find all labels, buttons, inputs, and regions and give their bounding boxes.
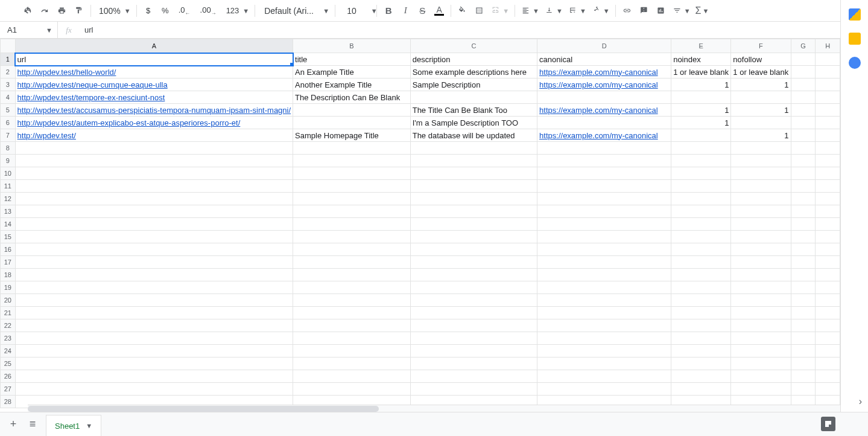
row-header[interactable]: 13 [1, 205, 16, 218]
cell[interactable] [15, 231, 293, 243]
cell[interactable]: http://wpdev.test/accusamus-perspiciatis… [15, 104, 293, 117]
cell[interactable] [671, 319, 731, 332]
cell[interactable] [731, 205, 791, 218]
cell[interactable] [816, 231, 840, 243]
column-header[interactable]: F [731, 39, 791, 53]
cell[interactable] [15, 307, 293, 319]
cell[interactable] [410, 193, 537, 205]
cell[interactable]: 1 [671, 104, 731, 117]
cell[interactable] [293, 281, 411, 294]
row-header[interactable]: 10 [1, 167, 16, 180]
row-header[interactable]: 23 [1, 332, 16, 345]
cell[interactable] [293, 167, 411, 180]
cell[interactable] [671, 370, 731, 383]
strikethrough-button[interactable]: S [414, 3, 430, 19]
row-header[interactable]: 15 [1, 231, 16, 243]
cell[interactable] [731, 294, 791, 307]
cell[interactable] [731, 269, 791, 281]
cell[interactable] [15, 218, 293, 231]
cell[interactable] [410, 319, 537, 332]
cell[interactable] [537, 319, 671, 332]
cell[interactable] [15, 294, 293, 307]
cell[interactable]: 1 or leave blank [671, 66, 731, 79]
sheet-tab[interactable]: Sheet1▼ [46, 415, 101, 437]
cell[interactable] [293, 205, 411, 218]
insert-link-button[interactable] [619, 3, 635, 19]
cell[interactable] [410, 383, 537, 396]
redo-button[interactable] [37, 3, 53, 19]
cell[interactable] [671, 281, 731, 294]
cell[interactable] [731, 281, 791, 294]
cell[interactable]: http://wpdev.test/hello-world/ [15, 66, 293, 79]
cell[interactable] [293, 142, 411, 155]
cell[interactable] [791, 332, 816, 345]
cell[interactable] [816, 319, 840, 332]
cell[interactable] [816, 193, 840, 205]
cell[interactable] [731, 383, 791, 396]
cell[interactable]: I'm a Sample Description TOO [410, 117, 537, 129]
cell[interactable] [15, 370, 293, 383]
cell[interactable] [15, 332, 293, 345]
row-header[interactable]: 25 [1, 357, 16, 370]
row-header[interactable]: 8 [1, 142, 16, 155]
more-formats-button[interactable]: 123▼ [222, 3, 252, 19]
row-header[interactable]: 7 [1, 129, 16, 142]
cell[interactable] [15, 319, 293, 332]
row-header[interactable]: 26 [1, 370, 16, 383]
cell[interactable] [537, 307, 671, 319]
cell[interactable] [816, 155, 840, 167]
undo-button[interactable] [21, 3, 36, 19]
column-header[interactable]: H [816, 39, 840, 53]
cell[interactable] [537, 218, 671, 231]
cell[interactable] [537, 357, 671, 370]
cell[interactable] [816, 180, 840, 193]
cell[interactable]: 1 [671, 117, 731, 129]
cell[interactable] [671, 294, 731, 307]
cell[interactable] [15, 167, 293, 180]
cell[interactable] [671, 193, 731, 205]
all-sheets-button[interactable]: ≡ [27, 418, 39, 431]
cell[interactable] [816, 117, 840, 129]
cell[interactable] [791, 370, 816, 383]
cell[interactable] [15, 345, 293, 357]
cell[interactable] [15, 180, 293, 193]
row-header[interactable]: 18 [1, 269, 16, 281]
cell[interactable] [671, 180, 731, 193]
cell[interactable] [410, 205, 537, 218]
cell[interactable] [671, 91, 731, 104]
cell[interactable] [410, 269, 537, 281]
cell[interactable] [816, 205, 840, 218]
cell[interactable] [410, 91, 537, 104]
cell[interactable] [293, 231, 411, 243]
font-size-select[interactable]: 10▼ [339, 3, 373, 19]
cell[interactable] [15, 193, 293, 205]
cell[interactable] [537, 117, 671, 129]
cell[interactable] [537, 269, 671, 281]
cell[interactable] [791, 167, 816, 180]
cell[interactable] [671, 307, 731, 319]
cell[interactable] [410, 167, 537, 180]
row-header[interactable]: 21 [1, 307, 16, 319]
row-header[interactable]: 28 [1, 396, 16, 408]
borders-button[interactable] [472, 3, 487, 19]
cell[interactable] [293, 345, 411, 357]
row-header[interactable]: 4 [1, 91, 16, 104]
cell[interactable] [15, 256, 293, 269]
row-header[interactable]: 5 [1, 104, 16, 117]
cell[interactable] [731, 357, 791, 370]
cell[interactable] [791, 345, 816, 357]
cell[interactable] [537, 383, 671, 396]
cell[interactable] [816, 281, 840, 294]
cell[interactable] [791, 231, 816, 243]
cell[interactable] [15, 383, 293, 396]
column-header[interactable]: G [791, 39, 816, 53]
cell[interactable] [731, 180, 791, 193]
select-all-corner[interactable] [1, 39, 16, 53]
cell[interactable] [537, 294, 671, 307]
row-header[interactable]: 24 [1, 345, 16, 357]
cell[interactable] [293, 357, 411, 370]
cell[interactable] [671, 218, 731, 231]
cell[interactable] [816, 66, 840, 79]
cell[interactable] [671, 345, 731, 357]
cell[interactable] [293, 104, 411, 117]
